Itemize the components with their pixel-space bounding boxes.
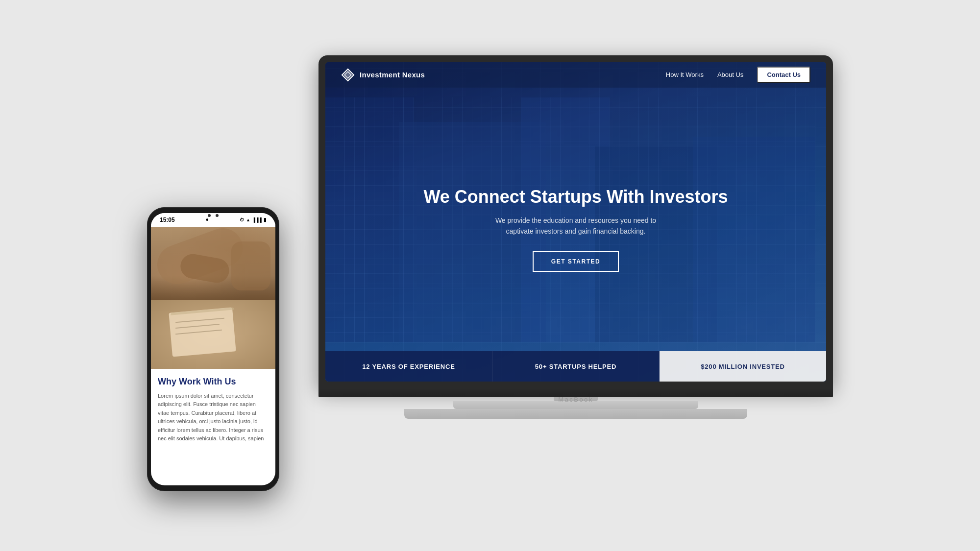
nav-links: How It Works About Us Contact Us: [666, 67, 810, 83]
logo-text: Investment Nexus: [360, 71, 425, 79]
phone-status-icons: ⏱ ▲ ▐▐▐ ▮: [240, 217, 267, 222]
hero-title: We Connect Startups With Investors: [423, 186, 728, 207]
stat-invested-label: $200 MILLION INVESTED: [701, 363, 784, 370]
laptop-base-bottom: [404, 409, 747, 419]
wifi-icon: ▲: [246, 217, 250, 222]
phone-frame: 15:05 • ⏱ ▲ ▐▐▐ ▮: [147, 207, 279, 491]
nav-logo: Investment Nexus: [341, 68, 425, 82]
phone-camera-front: [208, 214, 211, 217]
nav-link-about-us[interactable]: About Us: [717, 71, 743, 78]
phone-image-top: [151, 227, 275, 300]
stat-startups-label: 50+ STARTUPS HELPED: [535, 363, 616, 370]
phone-content: Why Work With Us Lorem ipsum dolor sit a…: [151, 227, 275, 485]
logo-diamond-icon: [341, 68, 355, 82]
stat-experience: 12 YEARS OF EXPERIENCE: [325, 351, 492, 382]
contact-us-button[interactable]: Contact Us: [757, 67, 810, 83]
macbook-label: MacBook: [558, 396, 593, 403]
hero-subtitle-line2: captivate investors and gain financial b…: [506, 227, 646, 235]
laptop-navbar: Investment Nexus How It Works About Us C…: [325, 62, 826, 88]
phone-section-body: Lorem ipsum dolor sit amet, consectetur …: [158, 392, 269, 444]
hero-subtitle-line1: We provide the education and resources y…: [495, 216, 656, 224]
laptop-screen: Investment Nexus How It Works About Us C…: [325, 62, 826, 382]
phone-notch-area: [208, 214, 219, 217]
phone-text-section: Why Work With Us Lorem ipsum dolor sit a…: [151, 369, 275, 452]
phone-section-title: Why Work With Us: [158, 377, 269, 387]
stat-startups: 50+ STARTUPS HELPED: [492, 351, 660, 382]
hero-section: We Connect Startups With Investors We pr…: [325, 62, 826, 382]
stat-invested: $200 MILLION INVESTED: [660, 351, 826, 382]
nav-link-how-it-works[interactable]: How It Works: [666, 71, 704, 78]
hero-subtitle: We provide the education and resources y…: [495, 215, 656, 237]
alarm-icon: ⏱: [240, 217, 244, 222]
laptop-body: Investment Nexus How It Works About Us C…: [318, 55, 833, 388]
phone-device: 15:05 • ⏱ ▲ ▐▐▐ ▮: [147, 207, 279, 491]
stats-bar: 12 YEARS OF EXPERIENCE 50+ STARTUPS HELP…: [325, 351, 826, 382]
phone-screen: 15:05 • ⏱ ▲ ▐▐▐ ▮: [151, 213, 275, 485]
stat-experience-label: 12 YEARS OF EXPERIENCE: [362, 363, 455, 370]
laptop-device: Investment Nexus How It Works About Us C…: [318, 55, 833, 481]
get-started-button[interactable]: GET STARTED: [533, 251, 619, 272]
arm-shape-3: [231, 241, 270, 290]
phone-time: 15:05: [160, 216, 175, 223]
phone-image-bottom: [151, 300, 275, 369]
scene: Investment Nexus How It Works About Us C…: [147, 55, 833, 496]
phone-speaker: [216, 214, 219, 217]
battery-icon: ▮: [264, 217, 267, 222]
signal-icon: ▐▐▐: [252, 217, 262, 222]
